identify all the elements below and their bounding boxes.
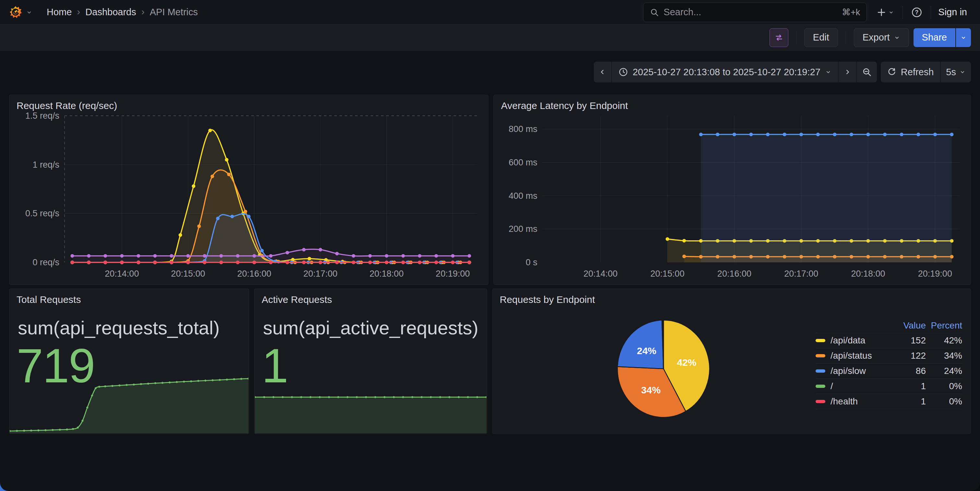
panel-title: Average Latency by Endpoint — [494, 95, 970, 111]
panel-title: Requests by Endpoint — [493, 289, 970, 305]
series-swatch — [816, 400, 825, 403]
panel-title: Request Rate (req/sec) — [10, 95, 488, 111]
pie-legend-table: ValuePercent/api/data15242%/api/status12… — [816, 318, 962, 409]
swap-arrows-icon — [775, 33, 783, 42]
breadcrumb-home[interactable]: Home — [47, 7, 72, 17]
row-percent: 42% — [926, 335, 962, 346]
breadcrumb: Home Dashboards API Metrics — [47, 7, 198, 18]
svg-text:?: ? — [915, 9, 919, 16]
row-percent: 24% — [926, 366, 962, 376]
series-name: / — [33, 284, 36, 285]
series-stat: Mean: 129 ms — [696, 284, 751, 285]
help-button[interactable]: ? — [906, 3, 928, 22]
legend-item-/[interactable]: /Last: 0 req/s — [20, 284, 90, 285]
refresh-interval-picker[interactable]: 5s — [940, 62, 971, 83]
search-box[interactable]: ⌘+k — [643, 3, 867, 22]
legend-item-/api/data[interactable]: /api/dataLast: 0 req/s — [102, 284, 203, 285]
time-shift-back-button[interactable] — [594, 62, 611, 83]
row-value: 1 — [890, 396, 926, 407]
series-stat: Last: 129 ms — [640, 284, 690, 285]
breadcrumb-current-dashboard: API Metrics — [150, 7, 198, 17]
search-shortcut: ⌘+k — [842, 7, 860, 17]
share-menu-button[interactable] — [956, 28, 971, 47]
zoom-out-button[interactable] — [856, 62, 877, 83]
series-stat: Last: 0 req/s — [42, 284, 90, 285]
svg-text:20:15:00: 20:15:00 — [171, 269, 205, 278]
panel-request-rate[interactable]: Request Rate (req/sec) 0 req/s0.5 req/s1… — [9, 95, 488, 285]
pie-body: 42%34%24% ValuePercent/api/data15242%/ap… — [493, 305, 970, 434]
svg-text:20:18:00: 20:18:00 — [851, 269, 885, 278]
grafana-app: Home Dashboards API Metrics ⌘+k ? S — [0, 0, 980, 491]
column-header-value[interactable]: Value — [890, 320, 926, 331]
series-name: /api/status — [342, 284, 381, 285]
series-stat: Mean: — [551, 284, 575, 285]
row-name: /api/slow — [816, 366, 890, 376]
series-name: /api/data — [601, 284, 634, 285]
sign-in-button[interactable]: Sign in — [934, 7, 971, 17]
org-switcher-chevron-icon[interactable] — [26, 9, 32, 16]
chevron-right-icon — [844, 68, 851, 76]
series-name: /api/slow — [830, 366, 866, 376]
svg-text:20:17:00: 20:17:00 — [784, 269, 818, 278]
refresh-label: Refresh — [901, 67, 934, 78]
legend-row: /Last: 0 req/s/api/dataLast: 0 req/s/api… — [20, 283, 481, 285]
edit-button[interactable]: Edit — [804, 28, 838, 47]
request-rate-chart[interactable]: 0 req/s0.5 req/s1 req/s1.5 req/s20:14:00… — [16, 111, 482, 283]
chevron-down-icon — [888, 10, 894, 15]
refresh-button[interactable]: Refresh — [881, 62, 940, 83]
table-row-/api/status[interactable]: /api/status12234% — [816, 348, 962, 364]
nav-divider — [931, 6, 931, 19]
panel-latency[interactable]: Average Latency by Endpoint 0 s200 ms400… — [493, 95, 971, 285]
search-icon — [650, 8, 659, 17]
stat-metric-name: sum(api_requests_total) — [10, 305, 249, 338]
table-row-/api/slow[interactable]: /api/slow8624% — [816, 364, 962, 379]
row-value: 86 — [890, 366, 926, 376]
legend-item-/api/status[interactable]: /api/statusLast: 0 req/s — [328, 284, 436, 285]
table-row-/[interactable]: /10% — [816, 379, 962, 394]
panel-requests-by-endpoint[interactable]: Requests by Endpoint 42%34%24% ValuePerc… — [492, 289, 971, 434]
share-button[interactable]: Share — [913, 28, 955, 47]
row-value: 122 — [890, 351, 926, 361]
search-input[interactable] — [663, 7, 842, 17]
panel-active-requests[interactable]: Active Requests sum(api_active_requests)… — [254, 289, 487, 434]
export-button[interactable]: Export — [854, 28, 909, 47]
series-stat: Last: 768 ms — [816, 284, 867, 285]
row-name: /api/data — [816, 335, 890, 346]
legend-row: /Last:Mean:/api/dataLast: 129 msMean: 12… — [504, 283, 964, 285]
column-header-percent[interactable]: Percent — [926, 320, 962, 331]
compare-toggle-button[interactable] — [770, 28, 788, 47]
top-nav: Home Dashboards API Metrics ⌘+k ? S — [0, 0, 980, 25]
svg-text:20:16:00: 20:16:00 — [237, 269, 271, 278]
legend-item-/api/slow[interactable]: /api/slowLast: 768 msMean: 768 ms — [763, 284, 928, 285]
grafana-logo-icon[interactable] — [9, 6, 22, 19]
clock-icon — [619, 67, 628, 77]
svg-text:800 ms: 800 ms — [509, 124, 537, 134]
series-stat: Last: — [526, 284, 546, 285]
row-value: 152 — [890, 335, 926, 346]
row-percent: 34% — [926, 351, 962, 361]
svg-text:20:18:00: 20:18:00 — [370, 269, 404, 278]
series-name: /api/data — [115, 284, 149, 285]
row-value: 1 — [890, 381, 926, 391]
help-icon: ? — [911, 7, 922, 18]
legend-item-/api/data[interactable]: /api/dataLast: 129 msMean: 129 ms — [587, 284, 751, 285]
chevron-down-icon — [960, 34, 967, 41]
panel-total-requests[interactable]: Total Requests sum(api_requests_total) 7… — [9, 289, 249, 434]
table-row-/health[interactable]: /health10% — [816, 394, 962, 409]
breadcrumb-dashboards[interactable]: Dashboards — [85, 7, 136, 17]
toolbar-divider — [846, 31, 846, 44]
legend-item-/[interactable]: /Last:Mean: — [504, 284, 575, 285]
chevron-down-icon — [959, 69, 966, 75]
latency-chart[interactable]: 0 s200 ms400 ms600 ms800 ms20:14:0020:15… — [500, 111, 964, 283]
svg-text:20:15:00: 20:15:00 — [651, 269, 684, 278]
time-range-picker[interactable]: 2025-10-27 20:13:08 to 2025-10-27 20:19:… — [611, 62, 838, 83]
series-swatch — [816, 339, 825, 342]
nav-divider — [902, 6, 903, 19]
series-swatch — [816, 354, 825, 358]
add-new-button[interactable] — [871, 3, 899, 22]
series-name: /api/status — [830, 351, 872, 361]
chevron-left-icon — [599, 68, 606, 76]
legend-item-/api/slow[interactable]: /api/slowLast: 0 req/s — [214, 284, 316, 285]
time-shift-forward-button[interactable] — [838, 62, 856, 83]
table-row-/api/data[interactable]: /api/data15242% — [816, 333, 962, 348]
